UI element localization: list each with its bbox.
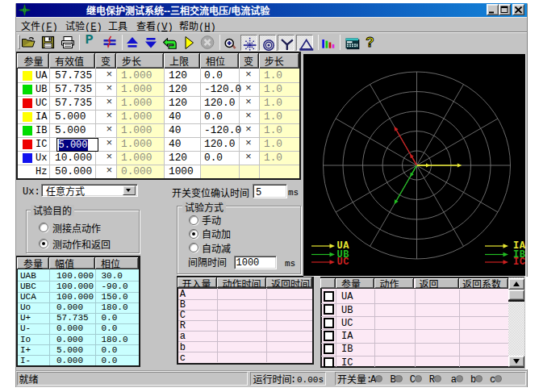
svg-text:?: ? — [366, 35, 374, 50]
